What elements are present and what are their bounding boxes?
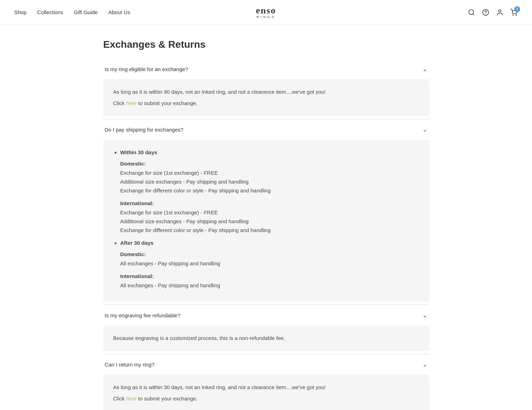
faq-answer-exchange-eligible: As long as it is within 90 days, not an … [103,79,429,116]
primary-nav: Shop Collections Gift Guide About Us [14,9,130,15]
here-link-1[interactable]: here [126,100,137,106]
domestic-after-line-1: All exchanges - Pay shipping and handlin… [120,259,419,268]
header-icons: 0 [468,8,518,16]
svg-point-4 [499,10,501,12]
svg-line-1 [473,13,474,15]
domestic-heading-2: Domestic: [120,250,419,259]
cart-badge: 0 [514,6,520,12]
list-item-within-30: Within 30 days Domestic: Exchange for si… [120,148,419,235]
faq-answer-shipping: Within 30 days Domestic: Exchange for si… [103,140,429,302]
faq-item-exchange-eligible: Is my ring eligible for an exchange? ⌄ A… [103,59,429,116]
faq-question-text: Is my ring eligible for an exchange? [105,66,188,72]
account-icon[interactable] [496,8,504,16]
faq-item-engraving: Is my engraving fee refundable? ⌄ Becaus… [103,305,429,351]
main-content: Exchanges & Returns Is my ring eligible … [96,25,436,410]
here-link-2[interactable]: here [126,395,137,402]
faq-question-text-shipping: Do I pay shipping for exchanges? [105,127,184,133]
help-icon[interactable] [482,8,490,16]
search-icon[interactable] [468,8,475,16]
faq-item-return: Can I return my ring? ⌄ As long as it is… [103,354,429,410]
faq-question-text-engraving: Is my engraving fee refundable? [105,312,181,318]
faq-item-shipping-exchanges: Do I pay shipping for exchanges? ⌄ Withi… [103,119,429,302]
faq-question-return[interactable]: Can I return my ring? ⌄ [103,354,429,375]
site-header: Shop Collections Gift Guide About Us ens… [0,0,532,25]
answer-line-1: As long as it is within 90 days, not an … [113,88,419,96]
intl-after-line-1: All exchanges - Pay shipping and handlin… [120,281,419,290]
faq-question-text-return: Can I return my ring? [105,362,155,368]
faq-question-shipping[interactable]: Do I pay shipping for exchanges? ⌄ [103,119,429,140]
chevron-down-icon: ⌄ [422,65,428,73]
intl-line-3: Exchange for different color or style - … [120,226,419,235]
return-answer-line-2: Click here to submit your exchange. [113,394,419,403]
logo-sub-text: RINGS [256,15,276,19]
list-item-after-30: After 30 days Domestic: All exchanges - … [120,239,419,290]
within-30-international: International: Exchange for size (1st ex… [120,199,419,235]
intl-line-2: Additional size exchanges - Pay shipping… [120,217,419,226]
chevron-down-icon-4: ⌄ [422,360,428,368]
faq-question-engraving[interactable]: Is my engraving fee refundable? ⌄ [103,305,429,325]
nav-item-collections[interactable]: Collections [37,9,63,15]
svg-point-5 [513,15,514,15]
answer-line-2: Click here to submit your exchange. [113,99,419,108]
nav-item-gift-guide[interactable]: Gift Guide [74,9,98,15]
cart-icon[interactable]: 0 [510,8,518,16]
after-30-label: After 30 days [120,240,154,246]
svg-point-6 [516,15,517,15]
shipping-list: Within 30 days Domestic: Exchange for si… [113,148,419,290]
faq-question-exchange-eligible[interactable]: Is my ring eligible for an exchange? ⌄ [103,59,429,79]
chevron-down-icon-3: ⌄ [422,311,428,319]
domestic-line-1: Exchange for size (1st exchange) - FREE [120,169,419,177]
nav-item-about-us[interactable]: About Us [108,9,130,15]
within-30-domestic: Domestic: Exchange for size (1st exchang… [120,160,419,195]
nav-item-shop[interactable]: Shop [14,9,27,15]
engraving-answer-text: Because engraving is a customized proces… [113,334,419,342]
international-heading-1: International: [120,199,419,208]
international-heading-2: International: [120,272,419,281]
after-30-international: International: All exchanges - Pay shipp… [120,272,419,290]
faq-answer-engraving: Because engraving is a customized proces… [103,325,429,351]
page-title: Exchanges & Returns [103,39,429,50]
chevron-down-icon-2: ⌄ [422,126,428,133]
within-30-label: Within 30 days [120,149,158,155]
after-30-domestic: Domestic: All exchanges - Pay shipping a… [120,250,419,268]
domestic-line-3: Exchange for different color or style - … [120,186,419,195]
intl-line-1: Exchange for size (1st exchange) - FREE [120,208,419,217]
site-logo[interactable]: enso RINGS [256,6,276,19]
logo-main-text: enso [256,6,276,15]
return-answer-line-1: As long as it is within 30 days, not an … [113,383,419,392]
domestic-heading-1: Domestic: [120,160,419,168]
domestic-line-2: Additional size exchanges - Pay shipping… [120,178,419,186]
faq-answer-return: As long as it is within 30 days, not an … [103,375,429,410]
